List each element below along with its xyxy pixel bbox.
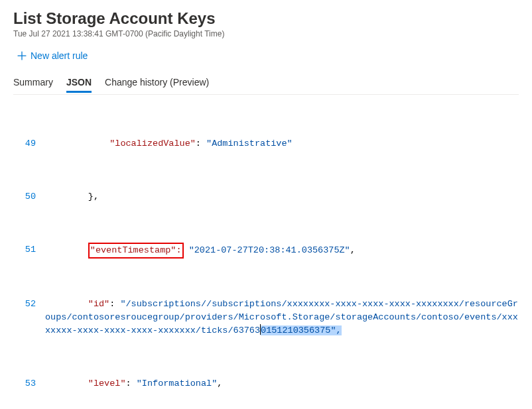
tab-summary[interactable]: Summary [13,73,53,93]
tab-bar: Summary JSON Change history (Preview) [13,73,519,93]
line-number: 52 [13,298,45,311]
line-number: 49 [13,137,45,150]
code-line: "eventTimestamp": "2021-07-27T20:38:41.0… [45,243,519,258]
code-line: "id": "/subscriptions//subscriptions/xxx… [45,298,519,337]
code-line: "localizedValue": "Administrative" [45,137,519,150]
line-number: 51 [13,243,45,257]
new-alert-rule-label: New alert rule [31,50,88,61]
page-subtitle: Tue Jul 27 2021 13:38:41 GMT-0700 (Pacif… [13,29,519,38]
tab-change-history[interactable]: Change history (Preview) [105,73,209,93]
new-alert-rule-button[interactable]: New alert rule [17,50,88,61]
code-line: "level": "Informational", [45,377,519,390]
tab-json[interactable]: JSON [66,73,92,93]
line-number: 50 [13,190,45,204]
line-number: 53 [13,377,45,390]
page-title: List Storage Account Keys [13,9,519,28]
json-viewer[interactable]: 49 "localizedValue": "Administrative" 50… [13,94,519,409]
plus-icon [17,51,27,60]
code-line: }, [45,190,519,204]
text-selection: 0151210356375", [261,325,342,335]
highlight-eventtimestamp: "eventTimestamp": [88,243,184,259]
